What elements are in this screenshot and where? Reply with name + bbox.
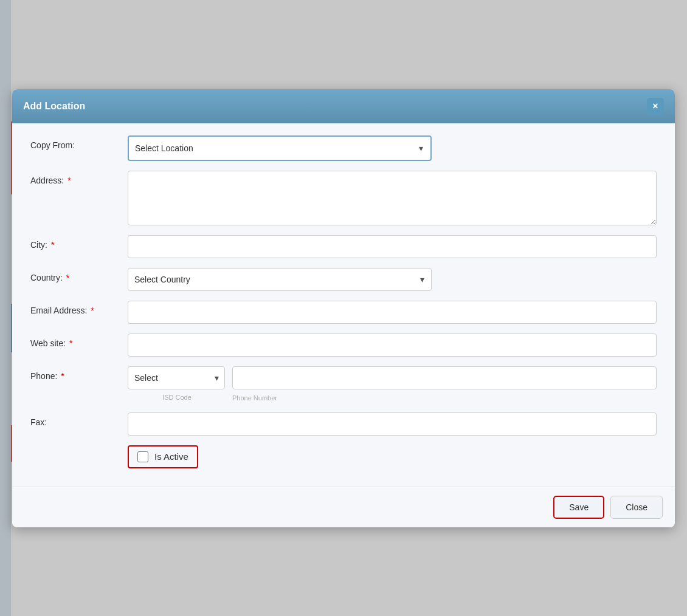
address-row: Address: * [30,171,657,225]
copy-from-row: Copy From: Select Location ▾ [30,135,657,161]
phone-number-input[interactable] [232,366,657,389]
phone-number-hint: Phone Number [232,394,277,402]
country-select-wrapper: Select Country ▾ [128,268,432,291]
website-input[interactable] [128,334,657,357]
fax-input[interactable] [128,412,657,436]
copy-from-select-wrapper: Select Location ▾ [128,135,432,161]
modal-body: Copy From: Select Location ▾ Address: * … [12,123,675,487]
country-label: Country: * [30,268,128,282]
copy-from-label: Copy From: [30,135,128,150]
website-row: Web site: * [30,334,657,357]
phone-controls: Select ▾ [128,366,657,389]
phone-isd-select[interactable]: Select [128,366,225,389]
save-button[interactable]: Save [553,496,604,519]
modal-title: Add Location [23,101,85,112]
website-required: * [67,338,72,348]
email-required: * [88,306,94,315]
email-row: Email Address: * [30,301,657,324]
city-row: City: * [30,235,657,258]
phone-row: Phone: * Select ▾ ISD Code [30,366,657,403]
address-textarea[interactable] [128,171,657,225]
country-row: Country: * Select Country ▾ [30,268,657,291]
close-button[interactable]: Close [610,496,663,519]
modal-footer: Save Close [12,487,675,527]
is-active-container: Is Active [128,445,198,468]
city-label: City: * [30,235,128,250]
fax-label: Fax: [30,412,128,427]
city-required: * [49,240,54,250]
website-label: Web site: * [30,334,128,348]
phone-required: * [58,371,64,381]
is-active-checkbox[interactable] [137,451,148,462]
email-input[interactable] [128,301,657,324]
copy-from-select[interactable]: Select Location [129,137,430,160]
address-required: * [65,176,71,185]
is-active-label: Is Active [154,451,188,462]
fax-row: Fax: [30,412,657,436]
isd-code-hint: ISD Code [128,394,225,401]
address-label: Address: * [30,171,128,185]
phone-isd-select-wrapper: Select ▾ [128,366,225,389]
close-icon: × [652,101,658,112]
sidebar-left [0,0,11,616]
country-required: * [64,273,69,282]
phone-number-wrapper [232,366,657,389]
email-label: Email Address: * [30,301,128,315]
city-input[interactable] [128,235,657,258]
add-location-modal: Add Location × Copy From: Select Locatio… [12,89,675,527]
modal-header: Add Location × [12,89,675,123]
modal-close-button[interactable]: × [647,98,664,115]
phone-label: Phone: * [30,366,128,381]
country-select[interactable]: Select Country [128,268,432,291]
